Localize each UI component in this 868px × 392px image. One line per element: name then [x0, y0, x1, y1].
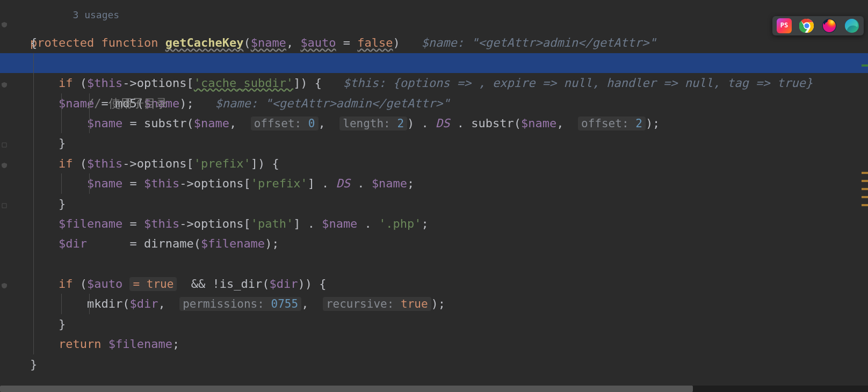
minimap-mark — [862, 204, 868, 206]
usages-hint[interactable]: 3 usages — [26, 0, 868, 13]
param-hint: length: 2 — [339, 117, 407, 130]
code-line[interactable] — [26, 254, 868, 274]
code-line[interactable]: // 使用子目录 — [26, 93, 868, 113]
gutter-icon — [1, 21, 8, 28]
chrome-icon[interactable] — [799, 18, 814, 33]
horizontal-scrollbar[interactable] — [0, 386, 868, 392]
code-line[interactable]: { — [26, 33, 868, 53]
code-line[interactable]: if ($this->options['cache_subdir']) { $t… — [26, 73, 868, 93]
minimap-mark — [862, 180, 868, 182]
code-line[interactable]: return $filename; — [26, 334, 868, 354]
code-line[interactable]: $dir = dirname($filename); — [26, 234, 868, 253]
minimap-mark — [862, 196, 868, 198]
minimap-mark — [862, 64, 868, 67]
gutter-icon — [1, 282, 8, 289]
highlighted-line[interactable]: $name = md5($name); $name: "<getAttr>adm… — [0, 53, 868, 73]
code-line[interactable]: mkdir($dir, permissions: 0755, recursive… — [26, 294, 868, 314]
param-hint: offset: 2 — [578, 117, 646, 130]
code-line[interactable]: } — [26, 194, 868, 214]
firefox-icon[interactable] — [822, 18, 837, 33]
code-line[interactable]: } — [26, 314, 868, 334]
gutter-icon — [1, 142, 8, 148]
gutter-icon — [1, 162, 8, 169]
taskbar: PS — [772, 16, 864, 35]
code-line[interactable]: protected function getCacheKey($name, $a… — [26, 13, 868, 33]
code-area[interactable]: 3 usages protected function getCacheKey(… — [26, 0, 868, 374]
inlay-hint: $this: {options => , expire => null, han… — [343, 76, 813, 90]
minimap-mark — [862, 188, 868, 190]
code-line[interactable]: $name = $this->options['prefix'] . DS . … — [26, 173, 868, 193]
gutter-icon — [1, 202, 8, 209]
gutter-icon — [1, 82, 8, 88]
minimap-mark — [862, 172, 868, 174]
scrollbar-thumb[interactable] — [0, 386, 693, 392]
code-line[interactable]: if ($auto = true && !is_dir($dir)) { — [26, 274, 868, 294]
param-hint: recursive: true — [323, 297, 431, 311]
code-line[interactable]: if ($this->options['prefix']) { — [26, 154, 868, 173]
code-line[interactable]: } — [26, 133, 868, 153]
minimap[interactable] — [858, 0, 868, 387]
code-editor[interactable]: 3 usages protected function getCacheKey(… — [0, 0, 868, 392]
param-hint: offset: 0 — [251, 117, 319, 130]
inlay-hint: = true — [129, 277, 177, 291]
code-line[interactable]: $filename = $this->options['path'] . $na… — [26, 214, 868, 234]
phpstorm-icon[interactable]: PS — [777, 18, 792, 33]
param-hint: permissions: 0755 — [179, 297, 301, 311]
edge-icon[interactable] — [844, 18, 859, 33]
code-line[interactable]: $name = substr($name, offset: 0, length:… — [26, 113, 868, 133]
code-line[interactable]: } — [26, 354, 868, 374]
